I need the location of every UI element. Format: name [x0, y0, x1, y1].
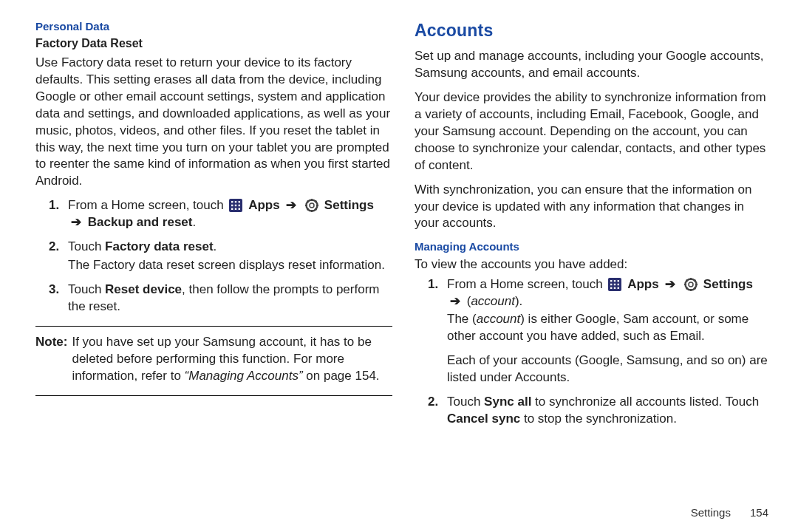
gear-icon	[305, 199, 318, 212]
note-block: Note: If you have set up your Samsung ac…	[35, 334, 392, 385]
paragraph-accounts-1: Set up and manage accounts, including yo…	[415, 48, 771, 82]
svg-rect-24	[610, 283, 612, 284]
step-text: From a Home screen, touch	[68, 198, 227, 212]
step-subtext: The Factory data reset screen displays r…	[68, 257, 392, 274]
step-text: Touch	[68, 282, 105, 296]
step-number: 2.	[428, 394, 438, 411]
svg-rect-3	[239, 201, 240, 202]
manual-page: Personal Data Factory Data Reset Use Fac…	[0, 0, 798, 532]
footer-page-number: 154	[750, 506, 768, 519]
settings-label: Settings	[324, 198, 374, 212]
step-number: 3.	[49, 282, 59, 299]
steps-factory-reset: 1. From a Home screen, touch Apps ➔ Sett…	[35, 197, 392, 316]
left-column: Personal Data Factory Data Reset Use Fac…	[35, 19, 392, 519]
note-body: If you have set up your Samsung account,…	[72, 334, 392, 385]
arrow-icon: ➔	[665, 277, 675, 291]
svg-rect-2	[235, 201, 236, 202]
settings-label: Settings	[703, 277, 753, 291]
section-heading-personal-data: Personal Data	[35, 19, 392, 34]
apps-label: Apps	[627, 277, 659, 291]
svg-rect-27	[610, 287, 612, 288]
svg-rect-4	[231, 205, 233, 206]
step-1: 1. From a Home screen, touch Apps ➔ Sett…	[435, 276, 771, 387]
step-2: 2. Touch Factory data reset. The Factory…	[56, 239, 392, 274]
svg-rect-25	[614, 283, 615, 284]
period: .	[192, 215, 196, 229]
step-3: 3. Touch Reset device, then follow the p…	[56, 282, 392, 316]
svg-point-19	[310, 203, 314, 208]
step-subtext-2: Each of your accounts (Google, Samsung, …	[447, 352, 771, 386]
svg-rect-1	[231, 201, 233, 202]
reset-device-label: Reset device	[105, 282, 182, 296]
step-number: 1.	[428, 276, 438, 293]
arrow-icon: ➔	[450, 294, 460, 308]
step-text: Touch	[447, 395, 484, 409]
sync-all-label: Sync all	[484, 395, 531, 409]
svg-rect-7	[231, 208, 233, 210]
step-text: From a Home screen, touch	[447, 277, 606, 291]
page-footer: Settings154	[691, 505, 768, 520]
note-label: Note:	[35, 334, 67, 385]
arrow-icon: ➔	[71, 215, 81, 229]
account-placeholder: account	[471, 294, 515, 308]
svg-rect-21	[610, 280, 612, 282]
paragraph-accounts-2: Your device provides the ability to sync…	[415, 89, 771, 174]
footer-section: Settings	[691, 506, 731, 519]
svg-rect-9	[239, 208, 240, 210]
section-heading-accounts: Accounts	[415, 19, 771, 42]
steps-managing-accounts: 1. From a Home screen, touch Apps ➔ Sett…	[415, 276, 771, 429]
divider	[35, 395, 392, 396]
cancel-sync-label: Cancel sync	[447, 412, 520, 426]
note-reference: “Managing Accounts”	[185, 369, 303, 383]
backup-reset-label: Backup and reset	[88, 215, 193, 229]
note-text-post: on page 154.	[303, 369, 380, 383]
apps-grid-icon	[608, 278, 621, 291]
svg-rect-22	[614, 280, 615, 282]
apps-grid-icon	[229, 199, 242, 212]
gear-icon	[684, 278, 698, 291]
account-placeholder: account	[477, 312, 521, 326]
step-tail: to stop the synchronization.	[520, 412, 677, 426]
svg-rect-5	[235, 205, 236, 206]
svg-point-39	[689, 282, 693, 287]
svg-rect-29	[618, 287, 619, 288]
sub-pre: The (	[447, 312, 477, 326]
svg-rect-23	[618, 280, 619, 282]
svg-rect-6	[239, 205, 240, 206]
paragraph-accounts-3: With synchronization, you can ensure tha…	[415, 182, 771, 233]
right-column: Accounts Set up and manage accounts, inc…	[415, 19, 771, 519]
svg-rect-26	[618, 283, 619, 284]
divider	[35, 326, 392, 327]
apps-label: Apps	[248, 198, 280, 212]
step-text: Touch	[68, 239, 105, 253]
period: .	[214, 239, 217, 253]
factory-data-reset-label: Factory data reset	[105, 239, 213, 253]
step-1: 1. From a Home screen, touch Apps ➔ Sett…	[56, 197, 392, 231]
step-number: 2.	[49, 239, 59, 256]
svg-rect-8	[235, 208, 236, 210]
paragraph-view-accounts: To view the accounts you have added:	[415, 256, 771, 273]
svg-rect-28	[614, 287, 615, 288]
subsection-managing-accounts: Managing Accounts	[415, 239, 771, 254]
step-2: 2. Touch Sync all to synchronize all acc…	[435, 394, 771, 428]
arrow-icon: ➔	[286, 198, 296, 212]
step-number: 1.	[49, 197, 59, 214]
close-paren: ).	[515, 294, 522, 308]
subheading-factory-data-reset: Factory Data Reset	[35, 35, 392, 52]
step-subtext-1: The (account) is either Google, Sam acco…	[447, 311, 771, 345]
paragraph-factory-reset-intro: Use Factory data reset to return your de…	[35, 55, 392, 191]
step-mid: to synchronize all accounts listed. Touc…	[531, 395, 759, 409]
